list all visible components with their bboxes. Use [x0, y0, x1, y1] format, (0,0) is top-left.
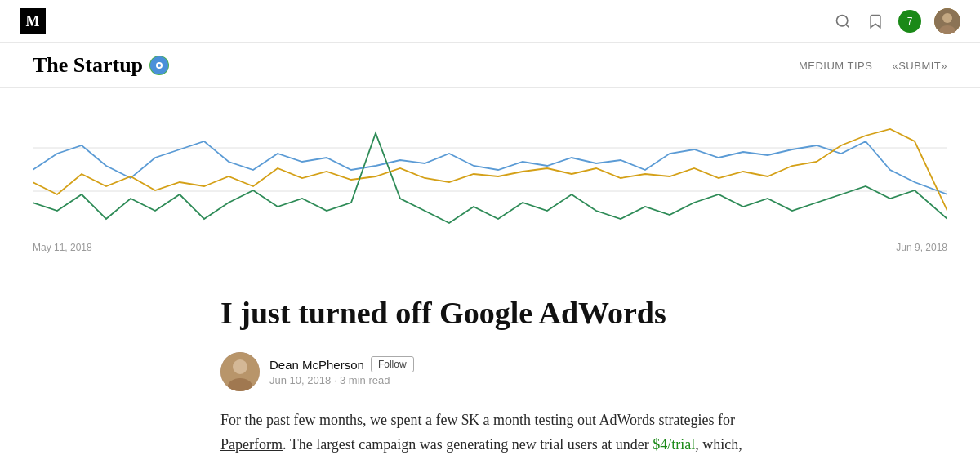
- price-link[interactable]: $4/trial: [653, 436, 695, 453]
- publication-icon: [149, 56, 169, 75]
- author-name: Dean McPherson: [270, 358, 364, 372]
- author-avatar[interactable]: [220, 352, 260, 391]
- search-icon[interactable]: [833, 11, 853, 31]
- avatar-image: [934, 8, 960, 34]
- chart-start-date: May 11, 2018: [33, 242, 92, 253]
- svg-point-0: [837, 16, 848, 26]
- body-text-2: . The largest campaign was generating ne…: [283, 436, 653, 453]
- article-title: I just turned off Google AdWords: [220, 295, 760, 332]
- svg-point-11: [233, 359, 247, 374]
- svg-point-7: [158, 64, 161, 67]
- chart-end-date: Jun 9, 2018: [896, 242, 947, 253]
- author-row: Dean McPherson Follow Jun 10, 2018 · 3 m…: [220, 352, 760, 391]
- publication-name: The Startup: [33, 53, 143, 78]
- bookmark-icon[interactable]: [866, 11, 885, 31]
- publication-navigation: The Startup MEDIUM TIPS «SUBMIT»: [0, 43, 980, 88]
- medium-tips-link[interactable]: MEDIUM TIPS: [799, 60, 873, 72]
- article-meta: Jun 10, 2018 · 3 min read: [270, 374, 414, 386]
- top-navigation: M 7: [0, 0, 980, 43]
- paperform-link[interactable]: Paperform: [220, 436, 283, 453]
- body-text-1: For the past few months, we spent a few …: [220, 412, 735, 428]
- chart-dates: May 11, 2018 Jun 9, 2018: [33, 239, 947, 261]
- author-name-row: Dean McPherson Follow: [270, 356, 414, 372]
- article-container: I just turned off Google AdWords Dean Mc…: [204, 270, 776, 455]
- svg-line-1: [846, 25, 849, 28]
- avatar[interactable]: [934, 8, 960, 34]
- top-nav-right: 7: [833, 8, 960, 34]
- article-body: For the past few months, we spent a few …: [220, 408, 760, 455]
- line-chart: [33, 105, 947, 235]
- author-info: Dean McPherson Follow Jun 10, 2018 · 3 m…: [270, 356, 414, 386]
- article-paragraph-1: For the past few months, we spent a few …: [220, 408, 760, 455]
- submit-link[interactable]: «SUBMIT»: [892, 60, 947, 72]
- publication-logo[interactable]: The Startup: [33, 53, 169, 78]
- follow-button[interactable]: Follow: [371, 356, 414, 372]
- top-nav-left: M: [20, 8, 46, 34]
- chart-container: May 11, 2018 Jun 9, 2018: [0, 88, 980, 270]
- svg-point-3: [942, 13, 952, 23]
- publication-nav-links: MEDIUM TIPS «SUBMIT»: [799, 60, 947, 72]
- medium-logo[interactable]: M: [20, 8, 46, 34]
- notification-badge[interactable]: 7: [898, 10, 921, 33]
